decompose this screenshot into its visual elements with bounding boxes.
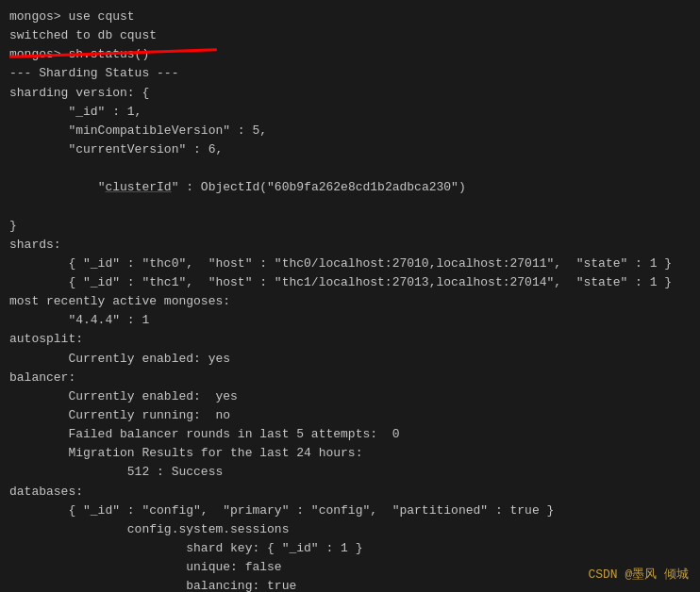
line-7: "minCompatibleVersion" : 5, [9,122,691,140]
line-26: config.system.sessions [9,520,691,539]
watermark-annotation: CSDN @墨风 倾城 [588,566,689,583]
line-4: --- Sharding Status --- [9,64,691,83]
line-9: "clusterId" : ObjectId("60b9fa262e8cd1b2… [9,159,691,216]
cluster-id-label: "clusterId" : ObjectId("60b9fa262e8cd1b2… [39,180,466,194]
terminal: mongos> use cqust switched to db cqust m… [0,0,700,592]
line-18: balancer: [9,369,691,387]
line-23: 512 : Success [9,463,691,482]
line-12: { "_id" : "thc0", "host" : "thc0/localho… [9,255,691,273]
line-1: mongos> use cqust [9,8,691,26]
line-19: Currently enabled: yes [9,387,691,406]
line-8: "currentVersion" : 6, [9,140,691,159]
line-21: Failed balancer rounds in last 5 attempt… [9,425,691,444]
line-10: } [9,217,691,236]
line-15: "4.4.4" : 1 [9,311,691,330]
line-2: switched to db cqust [9,26,691,45]
line-20: Currently running: no [9,406,691,425]
line-24: databases: [9,483,691,502]
line-6: "_id" : 1, [9,103,691,122]
line-25: { "_id" : "config", "primary" : "config"… [9,502,691,520]
line-16: autosplit: [9,330,691,349]
line-3: mongos> sh.status() [9,45,691,64]
line-17: Currently enabled: yes [9,350,691,369]
line-11: shards: [9,236,691,255]
line-13: { "_id" : "thc1", "host" : "thc1/localho… [9,273,691,292]
line-27: shard key: { "_id" : 1 } [9,539,691,558]
line-5: sharding version: { [9,84,691,103]
line-22: Migration Results for the last 24 hours: [9,444,691,463]
line-14: most recently active mongoses: [9,292,691,311]
